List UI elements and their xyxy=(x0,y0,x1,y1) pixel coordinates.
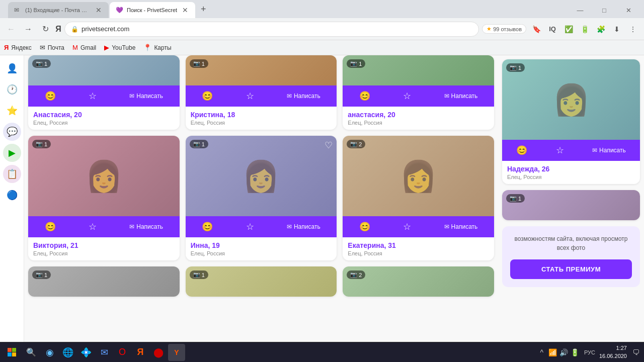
camera-icon: 📷 xyxy=(36,60,43,67)
iq-btn[interactable]: IQ xyxy=(545,22,559,36)
star-btn-anastasia[interactable]: ☆ xyxy=(85,88,101,104)
card-anastasia2[interactable]: 📷 1 😊 ☆ ✉ Написать xyxy=(343,55,494,130)
yandex-logo: Я xyxy=(55,25,61,34)
notifications-btn[interactable]: 🗨 xyxy=(631,347,641,357)
card-b2-image: 📷 1 xyxy=(186,266,337,297)
tab-privet[interactable]: 💜 Поиск - PrivetSecret ✕ xyxy=(110,2,195,18)
smile-btn-anastasia2[interactable]: 😊 xyxy=(355,88,374,104)
star-btn-anastasia2[interactable]: ☆ xyxy=(399,88,415,104)
taskbar-opera[interactable]: O xyxy=(114,344,131,361)
heart-btn-inna[interactable]: ♡ xyxy=(325,140,333,151)
card-b3[interactable]: 📷 2 xyxy=(343,266,494,297)
card-anastasia[interactable]: 📷 1 😊 ☆ ✉ Написать xyxy=(28,55,180,130)
card-inna[interactable]: 📷 1 ♡ 👩 😊 ☆ ✉ xyxy=(186,136,337,260)
star-btn-inna[interactable]: ☆ xyxy=(242,219,258,234)
card-anastasia2-info: анастасия, 20 Елец, Россия xyxy=(343,107,494,130)
forward-button[interactable]: → xyxy=(21,22,35,36)
write-btn-inna[interactable]: ✉ Написать xyxy=(283,221,325,232)
card-viktoriya-actions: 😊 ☆ ✉ Написать xyxy=(28,216,180,237)
sidebar-play-icon[interactable]: ▶ xyxy=(3,144,21,162)
write-btn-anastasia[interactable]: ✉ Написать xyxy=(125,90,167,102)
sidebar-note-icon[interactable]: 📋 xyxy=(3,165,21,183)
star-btn-kristina[interactable]: ☆ xyxy=(242,88,258,104)
sidebar-history-icon[interactable]: 🕐 xyxy=(3,80,21,99)
taskbar-clock[interactable]: 1:27 16.06.2020 xyxy=(599,344,629,360)
write-btn-viktoriya[interactable]: ✉ Написать xyxy=(125,221,167,232)
sidebar-profile-icon[interactable]: 👤 xyxy=(3,59,21,77)
refresh-button[interactable]: ↻ xyxy=(38,22,52,36)
taskbar-cortana[interactable]: ◉ xyxy=(41,344,58,361)
bookmark-gmail[interactable]: M Gmail xyxy=(72,44,96,51)
start-button[interactable] xyxy=(3,343,21,361)
taskbar-search-btn[interactable]: 🔍 xyxy=(23,344,39,360)
bookmark-pochta[interactable]: ✉ Почта xyxy=(40,44,64,51)
write-btn-ekaterina[interactable]: ✉ Написать xyxy=(440,221,482,232)
smile-btn-ekaterina[interactable]: 😊 xyxy=(355,219,374,234)
taskbar-app2[interactable]: ⬤ xyxy=(150,344,167,361)
bookmark-btn[interactable]: 🔖 xyxy=(529,22,543,36)
bookmark-youtube[interactable]: ▶ YouTube xyxy=(104,44,135,51)
card-nadezhda[interactable]: 📷 1 👩 😊 ☆ ✉ Написать xyxy=(502,59,640,184)
sidebar-extra-icon[interactable]: 🔵 xyxy=(3,186,21,204)
card-kristina[interactable]: 📷 1 😊 ☆ ✉ Написать xyxy=(186,55,337,130)
smile-btn-nadezhda[interactable]: 😊 xyxy=(512,143,531,158)
extensions-btn[interactable]: 🧩 xyxy=(594,22,608,36)
menu-btn[interactable]: ⋮ xyxy=(626,22,640,36)
write-btn-anastasia2[interactable]: ✉ Написать xyxy=(440,90,482,102)
bookmark-yandex[interactable]: Я Яндекс xyxy=(4,44,32,51)
card-b1[interactable]: 📷 1 xyxy=(28,266,180,297)
download-btn[interactable]: ⬇ xyxy=(610,22,624,36)
tray-volume[interactable]: 🔊 xyxy=(559,347,569,357)
new-tab-button[interactable]: + xyxy=(196,2,210,16)
star-btn-ekaterina[interactable]: ☆ xyxy=(399,219,415,234)
taskbar-app1[interactable]: 💠 xyxy=(77,344,95,361)
smile-btn-inna[interactable]: 😊 xyxy=(198,219,217,234)
bookmark-maps[interactable]: 📍 Карты xyxy=(143,44,171,51)
sidebar-favorites-icon[interactable]: ⭐ xyxy=(3,102,21,120)
left-sidebar: 👤 🕐 ⭐ 💬 ▶ 📋 🔵 xyxy=(0,55,24,342)
taskbar-edge[interactable]: 🌐 xyxy=(59,344,76,361)
privet-favicon: 💜 xyxy=(116,7,123,14)
taskbar-yandex[interactable]: Я xyxy=(132,344,149,361)
write-btn-kristina[interactable]: ✉ Написать xyxy=(283,90,325,102)
maximize-button[interactable]: □ xyxy=(593,2,616,18)
review-badge[interactable]: ★ 99 отзывов xyxy=(482,24,526,34)
star-btn-nadezhda[interactable]: ☆ xyxy=(552,143,568,158)
tab-mail[interactable]: ✉ (1) Входящие - Почта Ма... ✕ xyxy=(8,2,109,18)
premium-button[interactable]: СТАТЬ ПРЕМИУМ xyxy=(510,259,632,279)
taskbar-browser-y[interactable]: Y xyxy=(168,344,185,361)
back-button[interactable]: ← xyxy=(4,22,18,36)
card-b4[interactable]: 📷 1 xyxy=(502,190,640,220)
card-anastasia2-image: 📷 1 xyxy=(343,55,494,85)
shield-btn[interactable]: ✅ xyxy=(561,22,576,36)
card-nadezhda-image: 📷 1 👩 xyxy=(502,59,640,140)
tray-icons: ^ 📶 🔊 🔋 xyxy=(537,347,580,357)
smile-btn-kristina[interactable]: 😊 xyxy=(198,88,217,104)
card-b2[interactable]: 📷 1 xyxy=(186,266,337,297)
write-btn-nadezhda[interactable]: ✉ Написать xyxy=(588,145,630,156)
bookmark-pochta-label: Почта xyxy=(48,44,64,51)
tray-network[interactable]: 📶 xyxy=(548,347,558,357)
close-button[interactable]: ✕ xyxy=(617,2,640,18)
tab-privet-close[interactable]: ✕ xyxy=(181,5,189,15)
card-inna-location: Елец, Россия xyxy=(191,250,332,256)
windows-logo-icon xyxy=(8,348,17,357)
card-anastasia-info: Анастасия, 20 Елец, Россия xyxy=(28,107,180,130)
card-ekaterina[interactable]: 📷 2 👩 😊 ☆ ✉ Написат xyxy=(343,136,494,260)
card-viktoriya-location: Елец, Россия xyxy=(33,250,175,256)
tray-arrow[interactable]: ^ xyxy=(537,347,547,357)
tab-mail-close[interactable]: ✕ xyxy=(95,5,103,15)
address-bar[interactable]: 🔒 privetsecret.com xyxy=(64,22,479,37)
card-anastasia2-name: анастасия, 20 xyxy=(348,111,489,119)
star-btn-viktoriya[interactable]: ☆ xyxy=(85,219,101,234)
bookmark-yandex-label: Яндекс xyxy=(11,44,31,51)
smile-btn-viktoriya[interactable]: 😊 xyxy=(41,219,60,234)
sidebar-chat-icon[interactable]: 💬 xyxy=(3,123,21,141)
tray-battery[interactable]: 🔋 xyxy=(570,347,580,357)
main-cards-row: 📷 1 👩 😊 ☆ ✉ Написать xyxy=(28,136,494,260)
minimize-button[interactable]: — xyxy=(569,2,592,18)
smile-btn-anastasia[interactable]: 😊 xyxy=(41,88,60,104)
taskbar-mail[interactable]: ✉ xyxy=(96,344,113,361)
battery-btn[interactable]: 🔋 xyxy=(578,22,592,36)
card-viktoriya[interactable]: 📷 1 👩 😊 ☆ ✉ Написать xyxy=(28,136,180,260)
